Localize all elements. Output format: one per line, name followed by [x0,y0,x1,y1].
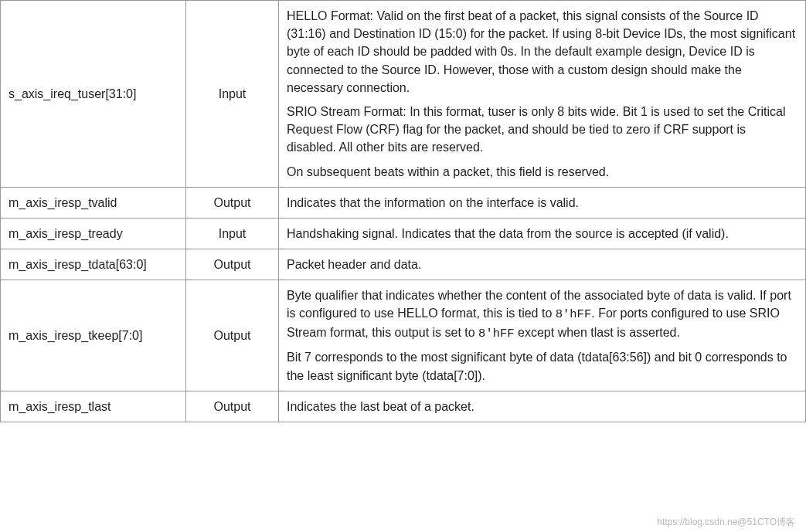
desc-para: Indicates the last beat of a packet. [287,398,797,415]
table-row: m_axis_iresp_tkeep[7:0] Output Byte qual… [1,280,806,391]
desc-para: Indicates that the information on the in… [287,194,797,212]
signal-name: m_axis_iresp_tkeep[7:0] [1,280,186,391]
desc-para: SRIO Stream Format: In this format, tuse… [287,103,797,157]
table-row: m_axis_iresp_tdata[63:0] Output Packet h… [1,249,806,280]
signal-name: s_axis_ireq_tuser[31:0] [1,1,186,188]
table-body: s_axis_ireq_tuser[31:0] Input HELLO Form… [1,1,806,422]
table-row: m_axis_iresp_tready Input Handshaking si… [1,218,806,249]
signal-description: Indicates that the information on the in… [279,187,806,218]
desc-para: Bit 7 corresponds to the most significan… [287,348,797,384]
signal-direction: Input [186,218,279,249]
desc-para: HELLO Format: Valid on the first beat of… [287,7,797,97]
signal-description: Packet header and data. [279,249,806,280]
desc-para: On subsequent beats within a packet, thi… [287,163,797,181]
table-row: m_axis_iresp_tlast Output Indicates the … [1,391,806,422]
desc-para: Packet header and data. [287,256,797,273]
table-row: s_axis_ireq_tuser[31:0] Input HELLO Form… [1,1,806,188]
signal-direction: Output [186,249,279,280]
signal-name: m_axis_iresp_tlast [1,391,186,422]
signal-direction: Output [186,280,279,391]
signal-direction: Input [186,1,279,188]
signal-description: Handshaking signal. Indicates that the d… [279,218,806,249]
signal-name: m_axis_iresp_tready [1,218,186,249]
signal-description: Byte qualifier that indicates whether th… [279,280,806,391]
table-row: m_axis_iresp_tvalid Output Indicates tha… [1,187,806,218]
signal-table: s_axis_ireq_tuser[31:0] Input HELLO Form… [0,0,806,422]
signal-name: m_axis_iresp_tvalid [1,187,186,218]
signal-direction: Output [186,187,279,218]
signal-description: HELLO Format: Valid on the first beat of… [279,1,806,188]
desc-para: Byte qualifier that indicates whether th… [287,286,797,342]
desc-para: Handshaking signal. Indicates that the d… [287,225,797,242]
signal-description: Indicates the last beat of a packet. [279,391,806,422]
signal-name: m_axis_iresp_tdata[63:0] [1,249,186,280]
signal-direction: Output [186,391,279,422]
